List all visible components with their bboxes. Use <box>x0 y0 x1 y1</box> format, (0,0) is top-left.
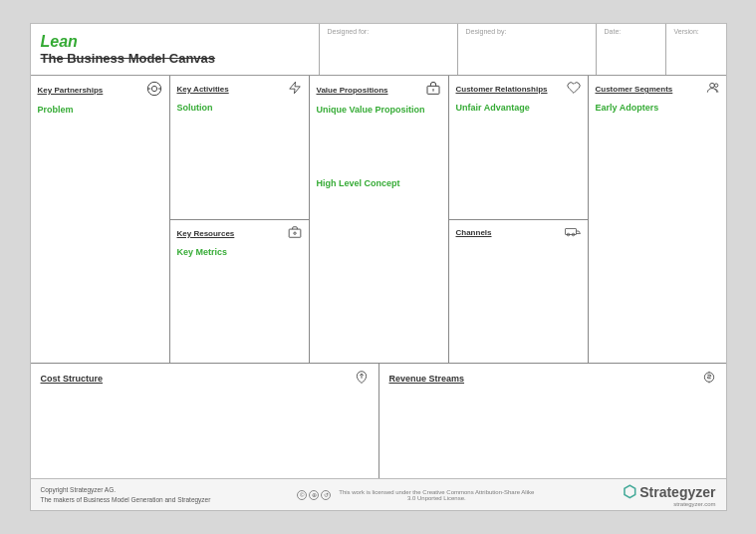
footer-brand: ⬡ Strategyzer strategyzer.com <box>623 482 715 507</box>
grid-bottom: Cost Structure Revenue Streams <box>31 364 726 478</box>
strategyzer-icon: ⬡ <box>623 482 636 501</box>
revenue-streams-icon <box>702 369 716 388</box>
version-label: Version: <box>674 28 718 35</box>
key-activities-icon <box>288 81 302 98</box>
key-partnerships-header: Key Partnerships <box>38 81 162 100</box>
grid-top: Key Partnerships Problem Key Activities <box>31 76 726 364</box>
customer-segments-content: Early Adopters <box>596 101 719 115</box>
svg-marker-1 <box>289 82 300 94</box>
key-resources-content: Key Metrics <box>177 245 302 259</box>
footer-center-block: © ⊕ ↺ This work is licensed under the Cr… <box>297 489 536 501</box>
customer-segments-cell: Customer Segments Early Adopters <box>589 76 726 363</box>
key-activities-title: Key Activities <box>177 85 229 94</box>
key-activities-content: Solution <box>177 101 302 115</box>
strategyzer-brand-text: Strategyzer <box>639 484 715 500</box>
cost-structure-title: Cost Structure <box>41 374 104 384</box>
activities-resources-column: Key Activities Solution Key Resources <box>170 76 310 363</box>
key-partnerships-content: Problem <box>38 103 162 117</box>
cc-icons: © ⊕ ↺ <box>297 490 331 500</box>
strategyzer-url: strategyzer.com <box>673 501 715 507</box>
title-block: Lean The Business Model Canvas <box>31 24 320 75</box>
key-resources-title: Key Resources <box>177 229 235 238</box>
customer-relationships-header: Customer Relationships <box>456 81 581 98</box>
footer: Copyright Strategyzer AG. The makers of … <box>31 478 726 510</box>
customer-relationships-icon <box>567 81 581 98</box>
strategyzer-logo: ⬡ Strategyzer <box>623 482 715 501</box>
svg-point-9 <box>714 84 718 88</box>
lean-title: Lean <box>41 33 309 51</box>
channels-cell: Channels <box>449 220 588 364</box>
cc-icon: © <box>297 490 307 500</box>
key-partnerships-cell: Key Partnerships Problem <box>31 76 169 363</box>
designed-by-label: Designed by: <box>466 28 588 35</box>
channels-icon <box>565 225 581 240</box>
svg-point-8 <box>709 83 714 88</box>
designed-by-field: Designed by: <box>458 24 597 75</box>
canvas-wrapper: Lean The Business Model Canvas Designed … <box>30 23 727 511</box>
value-propositions-icon <box>425 81 441 100</box>
value-propositions-column: Value Propositions Unique Value Proposit… <box>310 76 449 363</box>
cost-structure-header: Cost Structure <box>41 369 369 388</box>
channels-content <box>456 243 581 247</box>
channels-header: Channels <box>456 225 581 240</box>
customer-segments-icon <box>705 81 719 98</box>
customer-segments-header: Customer Segments <box>596 81 719 98</box>
key-resources-header: Key Resources <box>177 225 302 242</box>
designed-for-field: Designed for: <box>320 24 458 75</box>
copyright-line1: Copyright Strategyzer AG. <box>41 485 211 494</box>
customer-segments-title: Customer Segments <box>596 85 673 94</box>
value-propositions-content-bottom: High Level Concept <box>317 176 441 190</box>
designed-for-label: Designed for: <box>328 28 449 35</box>
customer-relationships-cell: Customer Relationships Unfair Advantage <box>449 76 588 220</box>
cc-by-icon: ⊕ <box>309 490 319 500</box>
cost-structure-icon <box>355 369 369 388</box>
footer-copyright: Copyright Strategyzer AG. The makers of … <box>41 485 211 503</box>
revenue-streams-cell: Revenue Streams <box>379 364 726 478</box>
customer-relationships-content: Unfair Advantage <box>456 101 581 115</box>
revenue-streams-title: Revenue Streams <box>389 374 465 384</box>
key-partnerships-icon <box>146 81 162 100</box>
svg-point-10 <box>704 373 713 382</box>
cost-structure-cell: Cost Structure <box>31 364 379 478</box>
value-propositions-title: Value Propositions <box>317 86 388 95</box>
license-text: This work is licensed under the Creative… <box>337 489 536 501</box>
customer-rel-channels-column: Customer Relationships Unfair Advantage … <box>449 76 589 363</box>
key-resources-cell: Key Resources Key Metrics <box>170 220 309 364</box>
svg-point-3 <box>293 232 295 234</box>
copyright-line2: The makers of Business Model Generation … <box>41 495 211 504</box>
main-grid: Key Partnerships Problem Key Activities <box>31 76 726 478</box>
customer-segments-column: Customer Segments Early Adopters <box>589 76 726 363</box>
value-propositions-content-top: Unique Value Proposition <box>317 103 441 117</box>
key-partnerships-title: Key Partnerships <box>38 86 104 95</box>
key-activities-header: Key Activities <box>177 81 302 98</box>
date-label: Date: <box>605 28 657 35</box>
date-field: Date: <box>597 24 666 75</box>
value-propositions-header: Value Propositions <box>317 81 441 100</box>
cc-sa-icon: ↺ <box>321 490 331 500</box>
key-activities-cell: Key Activities Solution <box>170 76 309 220</box>
key-partnerships-column: Key Partnerships Problem <box>31 76 170 363</box>
value-propositions-cell: Value Propositions Unique Value Proposit… <box>310 76 448 363</box>
channels-title: Channels <box>456 228 492 237</box>
canvas-title: The Business Model Canvas <box>41 51 309 66</box>
customer-relationships-title: Customer Relationships <box>456 85 548 94</box>
version-field: Version: <box>666 24 726 75</box>
key-resources-icon <box>288 225 302 242</box>
header-row: Lean The Business Model Canvas Designed … <box>31 24 726 76</box>
revenue-streams-header: Revenue Streams <box>389 369 716 388</box>
svg-rect-2 <box>289 229 301 237</box>
meta-fields: Designed for: Designed by: Date: Version… <box>320 24 726 75</box>
